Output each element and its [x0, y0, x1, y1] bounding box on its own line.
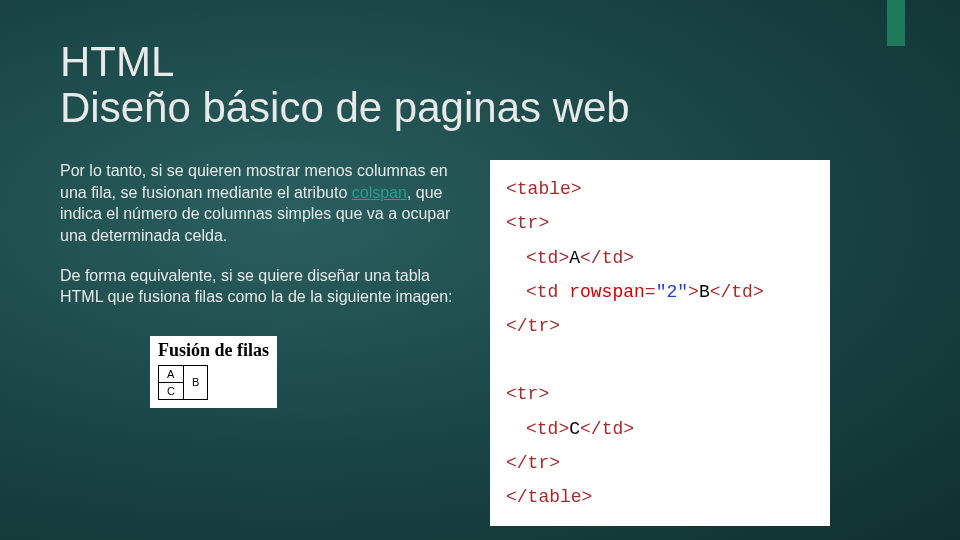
code-token: </tr>	[506, 316, 560, 336]
code-token: <tr>	[506, 384, 549, 404]
code-token: <tr>	[506, 213, 549, 233]
title-line2: Diseño básico de paginas web	[60, 86, 900, 130]
figure-caption: Fusión de filas	[158, 340, 269, 361]
code-token: </td>	[580, 248, 634, 268]
code-token: rowspan	[569, 282, 645, 302]
title-block: HTML Diseño básico de paginas web	[60, 40, 900, 130]
code-line: </tr>	[506, 446, 814, 480]
paragraph-2: De forma equivalente, si se quiere diseñ…	[60, 265, 460, 308]
cell-c: C	[159, 382, 184, 399]
code-token: <td	[526, 282, 569, 302]
content-row: Por lo tanto, si se quieren mostrar meno…	[60, 160, 900, 526]
code-line: <td>C</td>	[506, 412, 814, 446]
code-line	[506, 343, 814, 377]
colspan-keyword: colspan	[352, 184, 407, 201]
code-line: </table>	[506, 480, 814, 514]
code-token: </tr>	[506, 453, 560, 473]
title-line1: HTML	[60, 40, 900, 84]
code-token: <td>	[526, 248, 569, 268]
slide: HTML Diseño básico de paginas web Por lo…	[0, 0, 960, 526]
table-row: A B	[159, 365, 208, 382]
cell-a: A	[159, 365, 184, 382]
code-line: <td rowspan="2">B</td>	[506, 275, 814, 309]
accent-bar	[887, 0, 905, 46]
code-token: A	[569, 248, 580, 268]
demo-table: A B C	[158, 365, 208, 400]
code-panel: <table> <tr> <td>A</td> <td rowspan="2">…	[490, 160, 830, 526]
code-token: </td>	[710, 282, 764, 302]
code-token: C	[569, 419, 580, 439]
paragraph-1: Por lo tanto, si se quieren mostrar meno…	[60, 160, 460, 246]
table-figure: Fusión de filas A B C	[150, 336, 277, 408]
code-line: <tr>	[506, 377, 814, 411]
code-token: B	[699, 282, 710, 302]
left-column: Por lo tanto, si se quieren mostrar meno…	[60, 160, 460, 526]
code-token: >	[688, 282, 699, 302]
code-line: <table>	[506, 172, 814, 206]
cell-b: B	[183, 365, 207, 399]
code-token: <td>	[526, 419, 569, 439]
code-token: <table>	[506, 179, 582, 199]
code-line: <td>A</td>	[506, 241, 814, 275]
code-token: "2"	[656, 282, 688, 302]
code-line: </tr>	[506, 309, 814, 343]
code-token: =	[645, 282, 656, 302]
code-token: </table>	[506, 487, 592, 507]
code-line: <tr>	[506, 206, 814, 240]
code-token: </td>	[580, 419, 634, 439]
